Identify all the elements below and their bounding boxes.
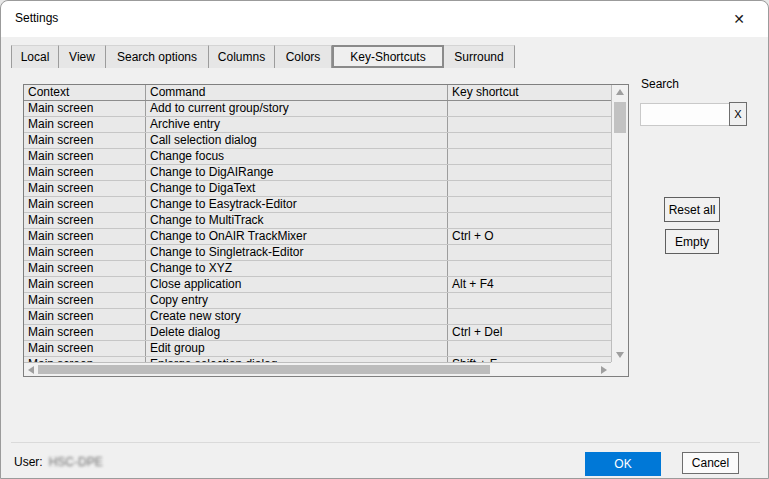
cell-command: Change to MultiTrack: [146, 213, 448, 228]
table-row[interactable]: Main screen Change to DigAIRange: [24, 165, 611, 181]
scroll-left-icon[interactable]: [28, 366, 34, 374]
cancel-button[interactable]: Cancel: [682, 452, 739, 474]
cell-shortcut: Ctrl + O: [448, 229, 611, 244]
cell-shortcut: Ctrl + Del: [448, 325, 611, 340]
cell-shortcut: [448, 149, 611, 164]
cell-command: Copy entry: [146, 293, 448, 308]
cell-command: Call selection dialog: [146, 133, 448, 148]
vertical-scrollbar[interactable]: [611, 85, 628, 362]
cell-context: Main screen: [24, 117, 146, 132]
cell-context: Main screen: [24, 325, 146, 340]
cell-context: Main screen: [24, 293, 146, 308]
horizontal-scrollbar[interactable]: [24, 362, 611, 376]
cell-command: Change to Singletrack-Editor: [146, 245, 448, 260]
cell-shortcut: [448, 133, 611, 148]
empty-button[interactable]: Empty: [665, 229, 719, 254]
table-row[interactable]: Main screen Call selection dialog: [24, 133, 611, 149]
table-row[interactable]: Main screen Edit group: [24, 341, 611, 357]
header-command[interactable]: Command: [146, 85, 448, 100]
cell-context: Main screen: [24, 341, 146, 356]
shortcut-grid: Context Command Key shortcut Main screen…: [24, 85, 611, 362]
tab-search-options[interactable]: Search options: [106, 45, 209, 68]
table-row[interactable]: Main screen Add to current group/story: [24, 101, 611, 117]
user-label: User:: [14, 455, 43, 469]
cell-command: Create new story: [146, 309, 448, 324]
shortcut-table: Context Command Key shortcut Main screen…: [23, 84, 629, 377]
footer-divider: [11, 442, 760, 443]
cell-shortcut: [448, 261, 611, 276]
window-title: Settings: [15, 11, 58, 25]
cell-context: Main screen: [24, 229, 146, 244]
table-row[interactable]: Main screen Close application Alt + F4: [24, 277, 611, 293]
cell-shortcut: [448, 341, 611, 356]
cell-shortcut: [448, 165, 611, 180]
cell-context: Main screen: [24, 101, 146, 116]
table-row[interactable]: Main screen Delete dialog Ctrl + Del: [24, 325, 611, 341]
close-icon: ✕: [733, 11, 745, 27]
user-line: User:HSC-DPE: [14, 455, 103, 469]
cell-shortcut: [448, 213, 611, 228]
search-input[interactable]: [640, 103, 734, 126]
tab-colors[interactable]: Colors: [275, 45, 332, 68]
table-row[interactable]: Main screen Archive entry: [24, 117, 611, 133]
cell-command: Change focus: [146, 149, 448, 164]
cell-context: Main screen: [24, 133, 146, 148]
cell-command: Change to Easytrack-Editor: [146, 197, 448, 212]
tab-surround[interactable]: Surround: [444, 45, 515, 68]
table-row[interactable]: Main screen Change to XYZ: [24, 261, 611, 277]
tab-key-shortcuts[interactable]: Key-Shortcuts: [332, 45, 444, 68]
cell-context: Main screen: [24, 181, 146, 196]
ok-button[interactable]: OK: [585, 452, 661, 476]
cell-context: Main screen: [24, 149, 146, 164]
titlebar[interactable]: Settings ✕: [1, 1, 768, 37]
tabstrip: Local View Search options Columns Colors…: [11, 45, 515, 68]
cell-context: Main screen: [24, 245, 146, 260]
table-row[interactable]: Main screen Create new story: [24, 309, 611, 325]
table-header-row: Context Command Key shortcut: [24, 85, 611, 101]
horizontal-scroll-thumb[interactable]: [38, 365, 490, 374]
cell-command: Edit group: [146, 341, 448, 356]
user-value: HSC-DPE: [49, 455, 103, 469]
cell-context: Main screen: [24, 197, 146, 212]
cell-shortcut: [448, 197, 611, 212]
search-label: Search: [641, 77, 679, 91]
cell-command: Change to DigAIRange: [146, 165, 448, 180]
table-row[interactable]: Main screen Change to OnAIR TrackMixer C…: [24, 229, 611, 245]
table-row[interactable]: Main screen Change to Easytrack-Editor: [24, 197, 611, 213]
cell-shortcut: [448, 293, 611, 308]
scroll-down-icon[interactable]: [616, 352, 624, 358]
close-button[interactable]: ✕: [722, 7, 756, 31]
cell-command: Add to current group/story: [146, 101, 448, 116]
header-shortcut[interactable]: Key shortcut: [448, 85, 611, 100]
cell-context: Main screen: [24, 309, 146, 324]
cell-shortcut: [448, 117, 611, 132]
scroll-right-icon[interactable]: [601, 366, 607, 374]
table-row[interactable]: Main screen Change focus: [24, 149, 611, 165]
cell-command: Change to DigaText: [146, 181, 448, 196]
table-row[interactable]: Main screen Copy entry: [24, 293, 611, 309]
tab-local[interactable]: Local: [11, 45, 59, 68]
cell-command: Change to XYZ: [146, 261, 448, 276]
scroll-up-icon[interactable]: [616, 89, 624, 95]
search-clear-button[interactable]: X: [729, 102, 747, 126]
cell-command: Delete dialog: [146, 325, 448, 340]
cell-shortcut: [448, 309, 611, 324]
cell-command: Archive entry: [146, 117, 448, 132]
cell-shortcut: [448, 245, 611, 260]
header-context[interactable]: Context: [24, 85, 146, 100]
table-row[interactable]: Main screen Change to MultiTrack: [24, 213, 611, 229]
cell-context: Main screen: [24, 277, 146, 292]
reset-all-button[interactable]: Reset all: [664, 197, 720, 222]
tab-view[interactable]: View: [59, 45, 106, 68]
vertical-scroll-thumb[interactable]: [614, 102, 626, 133]
cell-command: Change to OnAIR TrackMixer: [146, 229, 448, 244]
cell-shortcut: Alt + F4: [448, 277, 611, 292]
cell-context: Main screen: [24, 213, 146, 228]
table-row[interactable]: Main screen Change to DigaText: [24, 181, 611, 197]
tab-columns[interactable]: Columns: [209, 45, 275, 68]
scrollbar-corner: [611, 362, 628, 376]
table-row[interactable]: Main screen Change to Singletrack-Editor: [24, 245, 611, 261]
cell-command: Close application: [146, 277, 448, 292]
cell-context: Main screen: [24, 165, 146, 180]
cell-shortcut: [448, 101, 611, 116]
